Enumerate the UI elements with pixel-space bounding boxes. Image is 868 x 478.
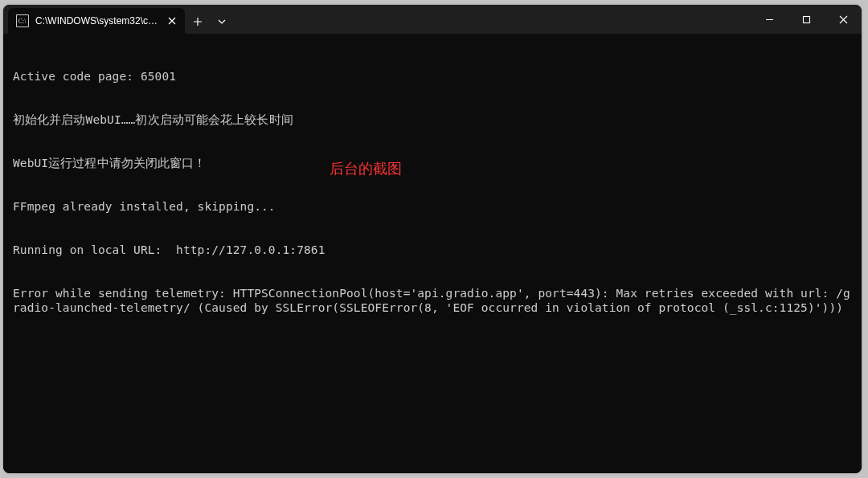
tab-title: C:\WINDOWS\system32\cmd. <box>35 15 159 27</box>
terminal-line: Error while sending telemetry: HTTPSConn… <box>13 286 852 315</box>
title-bar: C:\ C:\WINDOWS\system32\cmd. <box>3 5 862 34</box>
terminal-line: Active code page: 65001 <box>13 69 852 84</box>
terminal-line: Running on local URL: http://127.0.0.1:7… <box>13 243 852 257</box>
new-tab-button[interactable] <box>185 10 211 34</box>
terminal-line: 初始化并启动WebUI……初次启动可能会花上较长时间 <box>13 112 852 127</box>
terminal-window: C:\ C:\WINDOWS\system32\cmd. <box>3 5 862 473</box>
terminal-line: WebUI运行过程中请勿关闭此窗口！ <box>13 156 852 170</box>
svg-rect-7 <box>803 16 809 22</box>
terminal-body[interactable]: Active code page: 65001 初始化并启动WebUI……初次启… <box>3 34 862 473</box>
tab-dropdown-button[interactable] <box>211 10 233 34</box>
svg-text:C:\: C:\ <box>18 18 27 25</box>
cmd-icon: C:\ <box>16 14 29 27</box>
annotation-text: 后台的截图 <box>330 159 402 178</box>
terminal-line: FFmpeg already installed, skipping... <box>13 199 852 214</box>
active-tab[interactable]: C:\ C:\WINDOWS\system32\cmd. <box>8 8 185 34</box>
close-button[interactable] <box>825 5 862 34</box>
tab-strip: C:\ C:\WINDOWS\system32\cmd. <box>3 5 751 34</box>
tab-close-button[interactable] <box>166 14 178 27</box>
maximize-button[interactable] <box>788 5 825 34</box>
window-controls <box>751 5 862 34</box>
minimize-button[interactable] <box>751 5 788 34</box>
